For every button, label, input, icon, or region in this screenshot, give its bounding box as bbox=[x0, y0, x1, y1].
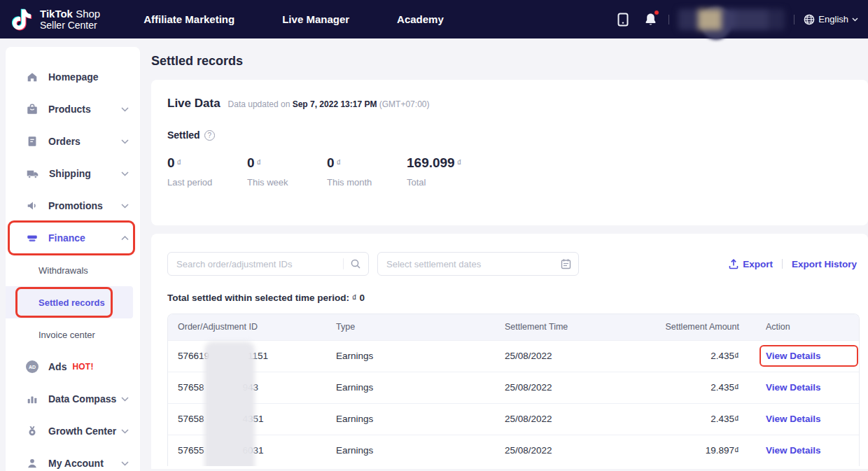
ads-icon: AD bbox=[26, 360, 38, 373]
brand-word-tiktok: TikTok bbox=[40, 8, 73, 20]
divider bbox=[782, 259, 783, 269]
time-cell: 25/08/2022 bbox=[495, 340, 658, 372]
action-cell: View Details bbox=[756, 403, 860, 435]
sidebar-item-finance[interactable]: Finance bbox=[6, 222, 140, 254]
settlement-dates-input[interactable]: Select settlement dates bbox=[377, 252, 579, 276]
table-row: 5766191151 Earnings 25/08/2022 2.435₫ Vi… bbox=[168, 340, 860, 372]
amount-cell: 19.897₫ bbox=[658, 435, 756, 466]
live-data-card: Live Data Data updated on Sep 7, 2022 13… bbox=[151, 80, 868, 225]
nav-live-manager[interactable]: Live Manager bbox=[282, 13, 349, 25]
col-settlement-time: Settlement Time bbox=[495, 314, 658, 340]
language-label: English bbox=[818, 14, 848, 24]
sidebar-subitem-withdrawals[interactable]: Withdrawals bbox=[6, 254, 140, 286]
currency-symbol: ₫ bbox=[257, 157, 262, 168]
action-cell: View Details bbox=[756, 340, 860, 372]
nav-affiliate-marketing[interactable]: Affiliate Marketing bbox=[144, 13, 234, 25]
upload-icon bbox=[729, 259, 738, 269]
notification-bell-icon[interactable] bbox=[641, 10, 659, 29]
amount-cell: 2.435₫ bbox=[658, 340, 756, 372]
brand-text: TikTok Shop Seller Center bbox=[40, 8, 100, 31]
table-row: 57658943 Earnings 25/08/2022 2.435₫ View… bbox=[168, 372, 860, 403]
table-header-row: Order/Adjustment ID Type Settlement Time… bbox=[168, 314, 860, 340]
currency-symbol: ₫ bbox=[734, 445, 739, 456]
chevron-down-icon bbox=[852, 17, 858, 22]
sidebar-item-orders[interactable]: Orders bbox=[6, 125, 140, 157]
truck-icon bbox=[26, 167, 39, 180]
type-cell: Earnings bbox=[326, 403, 495, 435]
sidebar-subitem-settled-records[interactable]: Settled records bbox=[6, 286, 133, 318]
data-updated-text: Data updated on Sep 7, 2022 13:17 PM (GM… bbox=[228, 99, 430, 109]
type-cell: Earnings bbox=[326, 340, 495, 372]
medal-icon bbox=[26, 425, 38, 437]
chevron-down-icon bbox=[121, 171, 129, 176]
order-id-cell: 576584351 bbox=[168, 403, 326, 435]
currency-symbol: ₫ bbox=[734, 351, 739, 361]
home-icon bbox=[26, 71, 38, 83]
currency-symbol: ₫ bbox=[177, 157, 182, 168]
divider bbox=[794, 15, 794, 24]
account-name-redacted bbox=[678, 9, 785, 30]
order-id-cell: 576556031 bbox=[168, 435, 326, 466]
bar-chart-icon bbox=[26, 393, 38, 405]
sidebar-item-products[interactable]: Products bbox=[6, 93, 140, 125]
chevron-down-icon bbox=[121, 397, 129, 402]
sidebar-item-growth-center[interactable]: Growth Center bbox=[6, 415, 140, 447]
chevron-down-icon bbox=[121, 461, 129, 466]
language-selector[interactable]: English bbox=[804, 14, 858, 25]
search-icon[interactable] bbox=[350, 258, 361, 269]
bag-icon bbox=[26, 103, 38, 115]
calendar-icon[interactable] bbox=[561, 258, 571, 269]
sidebar-item-data-compass[interactable]: Data Compass bbox=[6, 383, 140, 415]
export-button[interactable]: Export bbox=[729, 259, 773, 269]
globe-icon bbox=[804, 14, 815, 25]
nav-academy[interactable]: Academy bbox=[397, 13, 444, 25]
divider bbox=[668, 15, 669, 24]
currency-symbol: ₫ bbox=[457, 157, 462, 168]
sidebar-item-shipping[interactable]: Shipping bbox=[6, 157, 140, 190]
main-content: Settled records Live Data Data updated o… bbox=[151, 38, 868, 471]
sidebar-item-ads[interactable]: AD Ads HOT! bbox=[6, 351, 140, 383]
table-row: 576556031 Earnings 25/08/2022 19.897₫ Vi… bbox=[168, 435, 860, 466]
person-icon bbox=[26, 457, 38, 470]
chevron-down-icon bbox=[121, 429, 129, 434]
top-navigation: Affiliate Marketing Live Manager Academy bbox=[144, 13, 444, 25]
megaphone-icon bbox=[26, 199, 38, 212]
stats-row: 0₫ Last period 0₫ This week 0₫ This mont… bbox=[167, 155, 851, 188]
sidebar-item-homepage[interactable]: Homepage bbox=[6, 61, 140, 93]
sidebar-item-my-account[interactable]: My Account bbox=[6, 447, 140, 471]
date-placeholder: Select settlement dates bbox=[386, 259, 561, 269]
mobile-app-icon[interactable] bbox=[614, 10, 632, 29]
notification-dot bbox=[654, 10, 659, 15]
view-details-link[interactable]: View Details bbox=[766, 382, 821, 393]
view-details-link[interactable]: View Details bbox=[766, 414, 821, 424]
stat-total: 169.099₫ Total bbox=[407, 155, 486, 188]
view-details-link[interactable]: View Details bbox=[766, 445, 821, 456]
settled-records-table: Order/Adjustment ID Type Settlement Time… bbox=[167, 314, 860, 466]
settled-records-card: Search order/adjustment IDs Select settl… bbox=[151, 234, 868, 469]
stat-last-period: 0₫ Last period bbox=[167, 155, 247, 188]
brand-word-shop: Shop bbox=[73, 8, 100, 20]
order-id-cell: 57658943 bbox=[168, 372, 326, 403]
view-details-link[interactable]: View Details bbox=[766, 351, 821, 361]
search-placeholder: Search order/adjustment IDs bbox=[176, 259, 343, 269]
divider bbox=[343, 258, 344, 269]
amount-cell: 2.435₫ bbox=[658, 403, 756, 435]
total-settled-line: Total settled within selected time perio… bbox=[167, 293, 860, 303]
amount-cell: 2.435₫ bbox=[658, 372, 756, 403]
hot-badge: HOT! bbox=[72, 362, 93, 372]
sidebar-item-promotions[interactable]: Promotions bbox=[6, 190, 140, 222]
topbar: TikTok Shop Seller Center Affiliate Mark… bbox=[0, 0, 868, 38]
help-icon[interactable]: ? bbox=[204, 130, 215, 141]
export-history-button[interactable]: Export History bbox=[792, 259, 857, 269]
brand-word-seller-center: Seller Center bbox=[40, 20, 100, 31]
time-cell: 25/08/2022 bbox=[495, 403, 658, 435]
order-id-cell: 5766191151 bbox=[168, 340, 326, 372]
time-cell: 25/08/2022 bbox=[495, 435, 658, 466]
brand-logo[interactable]: TikTok Shop Seller Center bbox=[10, 6, 100, 33]
tiktok-logo-icon bbox=[10, 6, 34, 33]
account-menu[interactable] bbox=[678, 9, 785, 30]
settled-section-label: Settled bbox=[167, 129, 200, 141]
search-order-input[interactable]: Search order/adjustment IDs bbox=[167, 252, 369, 276]
sidebar-subitem-invoice-center[interactable]: Invoice center bbox=[6, 318, 140, 351]
col-settlement-amount: Settlement Amount bbox=[658, 314, 756, 340]
